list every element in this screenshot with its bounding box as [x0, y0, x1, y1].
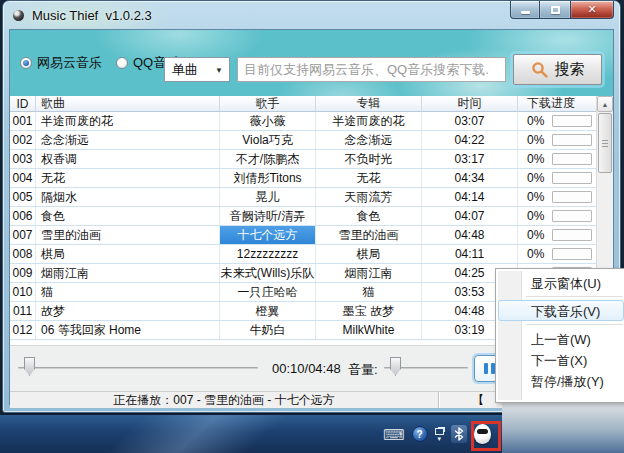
table-row[interactable]: 005 隔烟水 晃儿 天雨流芳 04:14 0% [10, 188, 613, 207]
cell-artist-selected[interactable]: 十七个远方 [220, 226, 316, 244]
radio-netease-label: 网易云音乐 [37, 54, 102, 72]
scroll-up-button[interactable]: ▲ [597, 96, 613, 112]
close-icon: ✕ [587, 3, 596, 16]
menu-item-previous-track[interactable]: 上一首(W) [498, 328, 624, 349]
chevron-down-icon: ▼ [215, 66, 223, 75]
cell-progress: 0% [518, 169, 598, 187]
show-hidden-icons-icon[interactable]: ▼ [435, 426, 444, 442]
table-row[interactable]: 004 无花 刘倩彤Titons 无花 04:34 0% [10, 169, 613, 188]
cell-id: 008 [10, 245, 36, 263]
progress-bar [552, 134, 592, 146]
cell-artist: 一只庄哈哈 [220, 283, 316, 301]
column-header-time[interactable]: 时间 [422, 96, 518, 112]
volume-slider-thumb[interactable] [390, 357, 401, 376]
cell-song: 故梦 [36, 302, 220, 320]
cell-artist: 橙翼 [220, 302, 316, 320]
seek-slider-thumb[interactable] [24, 357, 35, 376]
radio-netease-music[interactable]: 网易云音乐 [20, 54, 102, 72]
menu-item-show-window[interactable]: 显示窗体(U) [498, 272, 624, 293]
progress-label: 0% [527, 228, 544, 242]
maximize-icon [551, 6, 560, 14]
cell-song: 食色 [36, 207, 220, 225]
minimize-icon [521, 11, 530, 14]
seek-slider-track[interactable] [18, 367, 258, 369]
cell-artist: 12zzzzzzzz [220, 245, 316, 263]
search-button[interactable]: 搜索 [513, 54, 602, 85]
cell-time: 04:14 [422, 188, 518, 206]
table-row[interactable]: 003 权香调 不才/陈鹏杰 不负时光 03:17 0% [10, 150, 613, 169]
cell-artist: 晃儿 [220, 188, 316, 206]
progress-label: 0% [527, 152, 544, 166]
column-header-album[interactable]: 专辑 [316, 96, 422, 112]
table-header: ID 歌曲 歌手 专辑 时间 下载进度 [10, 96, 613, 112]
cell-song: 权香调 [36, 150, 220, 168]
cell-id: 002 [10, 131, 36, 149]
menu-item-next-track[interactable]: 下一首(X) [498, 349, 624, 370]
column-header-artist[interactable]: 歌手 [220, 96, 316, 112]
bluetooth-icon[interactable] [451, 425, 467, 443]
cell-time: 04:07 [422, 207, 518, 225]
progress-bar [552, 248, 592, 260]
scrollbar-thumb[interactable] [598, 113, 612, 173]
cell-artist: 牛奶白 [220, 321, 316, 339]
table-row[interactable]: 001 半途而废的花 薇小薇 半途而废的花 03:07 0% [10, 112, 613, 131]
column-header-id[interactable]: ID [10, 96, 36, 112]
chevron-down-icon: ▼ [436, 436, 442, 442]
progress-label: 0% [527, 171, 544, 185]
cell-album: 猫 [316, 283, 422, 301]
now-playing-status: 正在播放：007 - 雪里的油画 - 十七个远方 [10, 392, 438, 408]
cell-artist: 音阙诗听/清弄 [220, 207, 316, 225]
cell-song: 烟雨江南 [36, 264, 220, 282]
minimize-button[interactable] [510, 1, 540, 19]
cell-song: 棋局 [36, 245, 220, 263]
cell-time: 04:34 [422, 169, 518, 187]
search-type-dropdown[interactable]: 单曲 ▼ [164, 57, 230, 82]
dropdown-value: 单曲 [172, 61, 198, 79]
cell-album: MilkWhite [316, 321, 422, 339]
search-input[interactable] [237, 57, 506, 82]
cell-id: 011 [10, 302, 36, 320]
search-button-label: 搜索 [555, 60, 585, 79]
cell-time: 03:17 [422, 150, 518, 168]
close-button[interactable]: ✕ [570, 1, 614, 19]
menu-separator [526, 324, 623, 325]
table-row[interactable]: 002 念念渐远 Viola巧克 念念渐远 04:22 0% [10, 131, 613, 150]
desktop-background [502, 403, 624, 453]
cell-id: 007 [10, 226, 36, 244]
cell-song: 半途而废的花 [36, 112, 220, 130]
cell-artist: 刘倩彤Titons [220, 169, 316, 187]
table-row[interactable]: 006 食色 音阙诗听/清弄 食色 04:07 0% [10, 207, 613, 226]
menu-item-download-music[interactable]: 下载音乐(V) [498, 300, 624, 321]
progress-bar [552, 172, 592, 184]
cell-progress: 0% [518, 188, 598, 206]
help-icon[interactable]: ? [412, 426, 428, 442]
cell-song: 隔烟水 [36, 188, 220, 206]
keyboard-icon[interactable]: ⌨ [383, 427, 405, 442]
menu-item-pause-play[interactable]: 暂停/播放(Y) [498, 370, 624, 391]
app-icon [13, 10, 24, 21]
red-highlight-annotation [471, 421, 501, 451]
menu-separator [526, 296, 623, 297]
cell-id: 009 [10, 264, 36, 282]
cell-id: 005 [10, 188, 36, 206]
time-display: 00:10/04:48 [272, 361, 341, 376]
volume-label: 音量: [348, 361, 378, 379]
cell-time: 04:11 [422, 245, 518, 263]
cell-album: 念念渐远 [316, 131, 422, 149]
column-header-song[interactable]: 歌曲 [36, 96, 220, 112]
cell-time: 04:48 [422, 226, 518, 244]
cell-album: 烟雨江南 [316, 264, 422, 282]
cell-progress: 0% [518, 226, 598, 244]
cell-id: 010 [10, 283, 36, 301]
column-header-progress[interactable]: 下载进度 [518, 96, 598, 112]
cell-progress: 0% [518, 131, 598, 149]
search-toolbar: 网易云音乐 QQ音乐 单曲 ▼ 搜索 [10, 30, 613, 96]
table-row-playing[interactable]: 007 雪里的油画 十七个远方 雪里的油画 04:48 0% [10, 226, 613, 245]
cell-song: 无花 [36, 169, 220, 187]
cell-id: 004 [10, 169, 36, 187]
table-row[interactable]: 008 棋局 12zzzzzzzz 棋局 04:11 0% [10, 245, 613, 264]
progress-bar [552, 153, 592, 165]
maximize-button[interactable] [540, 1, 570, 19]
cell-song: 猫 [36, 283, 220, 301]
cell-progress: 0% [518, 245, 598, 263]
